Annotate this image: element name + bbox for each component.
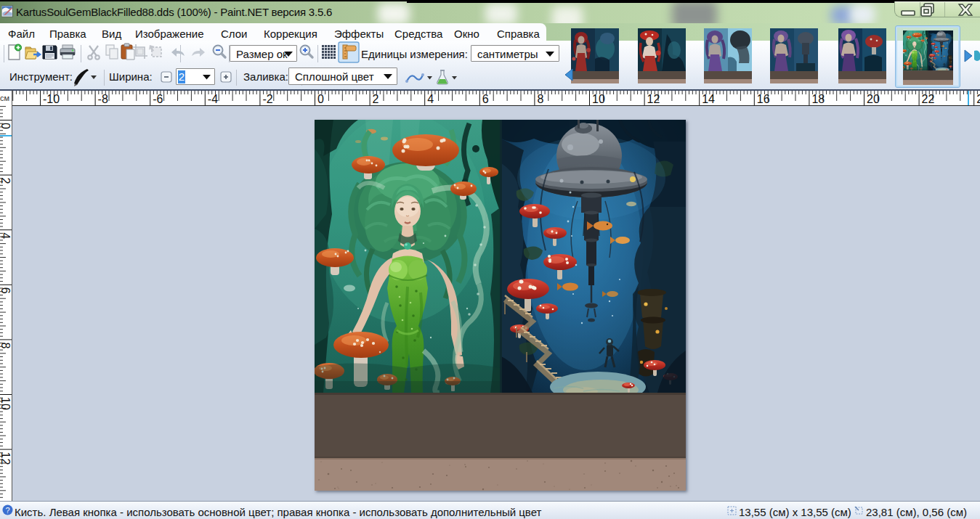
svg-text:14: 14 <box>702 93 715 105</box>
svg-text:2: 2 <box>373 93 379 105</box>
svg-text:12: 12 <box>647 93 660 105</box>
svg-text:10: 10 <box>592 93 605 105</box>
svg-text:18: 18 <box>811 93 825 105</box>
svg-text:8: 8 <box>0 342 12 348</box>
svg-text:-2: -2 <box>262 93 272 105</box>
svg-text:-4: -4 <box>208 93 218 105</box>
svg-text:4: 4 <box>0 232 12 239</box>
svg-text:24: 24 <box>976 93 980 105</box>
svg-text:8: 8 <box>537 93 543 105</box>
svg-text:-8: -8 <box>98 93 108 105</box>
svg-text:20: 20 <box>867 93 880 105</box>
svg-text:4: 4 <box>427 93 434 105</box>
svg-text:0: 0 <box>317 93 324 105</box>
svg-text:-10: -10 <box>43 93 60 105</box>
svg-text:?: ? <box>5 506 9 515</box>
svg-text:-6: -6 <box>153 93 163 105</box>
svg-text:2: 2 <box>0 178 12 184</box>
svg-text:16: 16 <box>757 93 770 105</box>
svg-text:0: 0 <box>0 123 12 129</box>
svg-text:10: 10 <box>0 397 12 410</box>
svg-text:22: 22 <box>922 93 935 105</box>
svg-text:6: 6 <box>482 93 489 105</box>
svg-text:12: 12 <box>0 452 12 465</box>
svg-text:6: 6 <box>0 287 12 294</box>
